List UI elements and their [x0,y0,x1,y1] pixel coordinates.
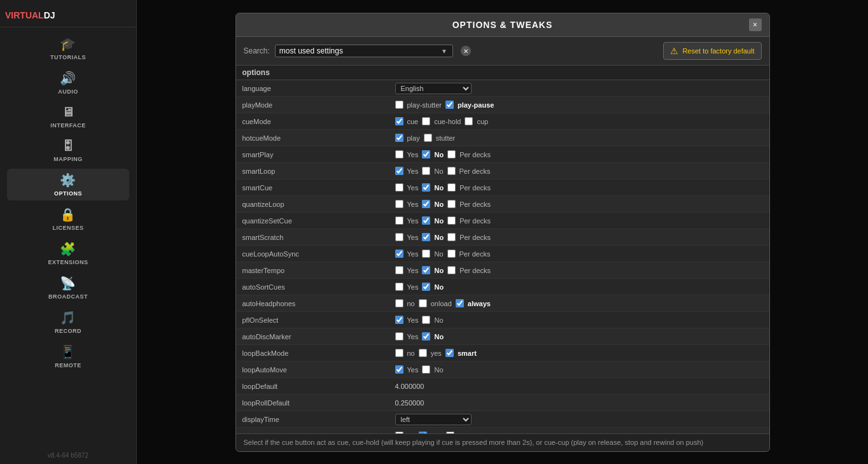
hotcue-play-checkbox[interactable] [395,134,403,142]
search-clear-button[interactable]: ✕ [461,46,471,56]
option-controls-mastertempo: Yes No Per decks [395,266,763,274]
quantizeloop-yes-checkbox[interactable] [395,200,403,208]
option-name-autodiscmarker: autoDiscMarker [242,333,395,341]
option-name-cueloopautosync: cueLoopAutoSync [242,250,395,258]
option-name-autoheadphones: autoHeadphones [242,300,395,307]
autosortcues-yes-label: Yes [407,283,419,291]
smartcue-perdecks-checkbox[interactable] [447,183,456,192]
quantizeloop-perdecks-checkbox[interactable] [447,200,456,208]
options-modal: OPTIONS & TWEAKS × Search: ▼ ✕ ⚠ Reset t… [235,13,770,452]
modal-overlay: OPTIONS & TWEAKS × Search: ▼ ✕ ⚠ Reset t… [137,0,868,464]
cueloopautosync-perdecks-checkbox[interactable] [447,250,456,258]
option-controls-displaytime: left right remaining [395,414,763,425]
smartplay-yes-checkbox[interactable] [395,150,403,158]
smartscratch-no-checkbox[interactable] [422,233,430,241]
cueloopautosync-perdecks-label: Per decks [459,250,491,258]
option-row-cuemode: cueMode cue cue-hold cup [236,113,769,130]
sidebar-item-licenses[interactable]: 🔒 LICENSES [7,203,130,235]
sidebar-item-record[interactable]: 🎵 RECORD [7,306,130,338]
reset-factory-button[interactable]: ⚠ Reset to factory default [663,42,761,60]
smartcue-no-checkbox[interactable] [422,183,430,192]
sidebar-label-options: OPTIONS [54,190,82,197]
mastertempo-perdecks-label: Per decks [459,267,491,274]
mastertempo-perdecks-checkbox[interactable] [447,266,456,274]
option-controls-playmode: play-stutter play-pause [395,101,763,109]
smartloop-perdecks-checkbox[interactable] [447,167,456,175]
option-name-autosortcues: autoSortCues [242,283,395,291]
quantizesetcue-no-checkbox[interactable] [422,216,430,225]
quantizesetcue-perdecks-checkbox[interactable] [447,216,456,225]
sidebar-label-interface: INTERFACE [50,122,86,129]
autoheadphones-onload-checkbox[interactable] [419,299,427,307]
loopbackmode-yes-checkbox[interactable] [419,349,427,357]
search-dropdown-button[interactable]: ▼ [440,48,449,55]
sidebar-item-tutorials[interactable]: 🎓 TUTORIALS [7,32,130,64]
playmode-pause-checkbox[interactable] [445,101,454,109]
hotcue-stutter-checkbox[interactable] [424,134,432,142]
option-controls-loopautomove: Yes No [395,365,763,374]
loopautomove-yes-label: Yes [407,366,419,374]
option-name-pflonselect: pflOnSelect [242,316,395,324]
loopbackmode-no-label: no [407,349,415,357]
cueloopautosync-yes-checkbox[interactable] [395,250,403,258]
quantizeloop-no-checkbox[interactable] [422,200,430,208]
quantizesetcue-no-label: No [434,217,444,225]
option-name-looprolldefault: loopRollDefault [242,399,395,407]
smartplay-perdecks-checkbox[interactable] [447,150,456,158]
autoheadphones-onload-label: onload [431,300,452,307]
smartscratch-perdecks-checkbox[interactable] [447,233,456,241]
option-name-language: language [242,85,395,92]
cuemode-cue-checkbox[interactable] [395,117,403,125]
autodiscmarker-yes-checkbox[interactable] [395,332,403,341]
search-input-wrapper: ▼ [275,45,453,57]
smartscratch-yes-checkbox[interactable] [395,233,403,241]
option-name-mastertempo: masterTempo [242,267,395,274]
pflonselect-yes-checkbox[interactable] [395,316,403,324]
autodiscmarker-no-checkbox[interactable] [422,332,430,341]
smartplay-no-checkbox[interactable] [422,150,430,158]
mastertempo-no-label: No [434,267,444,274]
loopbackmode-smart-checkbox[interactable] [445,349,454,357]
loopbackmode-no-checkbox[interactable] [395,349,403,357]
sidebar-item-mapping[interactable]: 🎛 MAPPING [7,135,130,166]
pflonselect-no-checkbox[interactable] [422,316,430,324]
mastertempo-yes-checkbox[interactable] [395,266,403,274]
displaytime-select[interactable]: left right remaining [395,414,472,425]
mastertempo-no-checkbox[interactable] [422,266,430,274]
mastertempo-yes-label: Yes [407,267,419,274]
autoheadphones-always-checkbox[interactable] [456,299,464,307]
autosortcues-yes-checkbox[interactable] [395,283,403,291]
autoheadphones-no-checkbox[interactable] [395,299,403,307]
sidebar-item-audio[interactable]: 🔊 AUDIO [7,67,130,99]
option-controls-smartloop: Yes No Per decks [395,167,763,175]
language-select[interactable]: English French Spanish [395,83,472,94]
search-label: Search: [244,46,270,55]
smartcue-yes-checkbox[interactable] [395,183,403,192]
loopautomove-no-checkbox[interactable] [422,365,430,374]
options-container: options language English French Spanish … [236,66,769,433]
smartloop-yes-checkbox[interactable] [395,167,403,175]
option-row-smartplay: smartPlay Yes No Per decks [236,146,769,163]
sidebar-item-remote[interactable]: 📱 REMOTE [7,341,130,372]
loopautomove-yes-checkbox[interactable] [395,365,403,374]
quantizesetcue-yes-checkbox[interactable] [395,216,403,225]
sidebar-item-options[interactable]: ⚙️ OPTIONS [7,169,130,200]
sidebar-item-interface[interactable]: 🖥 INTERFACE [7,101,130,132]
autoheadphones-always-label: always [468,300,491,307]
smartloop-no-checkbox[interactable] [422,167,430,175]
cuemode-hold-checkbox[interactable] [422,117,430,125]
cuemode-cup-checkbox[interactable] [465,117,473,125]
search-input[interactable] [279,46,440,55]
option-row-smartloop: smartLoop Yes No Per decks [236,163,769,179]
remote-icon: 📱 [60,344,76,360]
sidebar-item-broadcast[interactable]: 📡 BROADCAST [7,272,130,304]
modal-close-button[interactable]: × [749,18,762,31]
sidebar-item-extensions[interactable]: 🧩 EXTENSIONS [7,237,130,269]
modal-header: OPTIONS & TWEAKS × [236,13,769,37]
option-row-quantizeloop: quantizeLoop Yes No Per decks [236,196,769,213]
playmode-stutter-checkbox[interactable] [395,101,403,109]
cueloopautosync-no-checkbox[interactable] [422,250,430,258]
autodiscmarker-yes-label: Yes [407,333,419,341]
option-row-quantizesetcue: quantizeSetCue Yes No Per decks [236,213,769,229]
autosortcues-no-checkbox[interactable] [422,283,430,291]
